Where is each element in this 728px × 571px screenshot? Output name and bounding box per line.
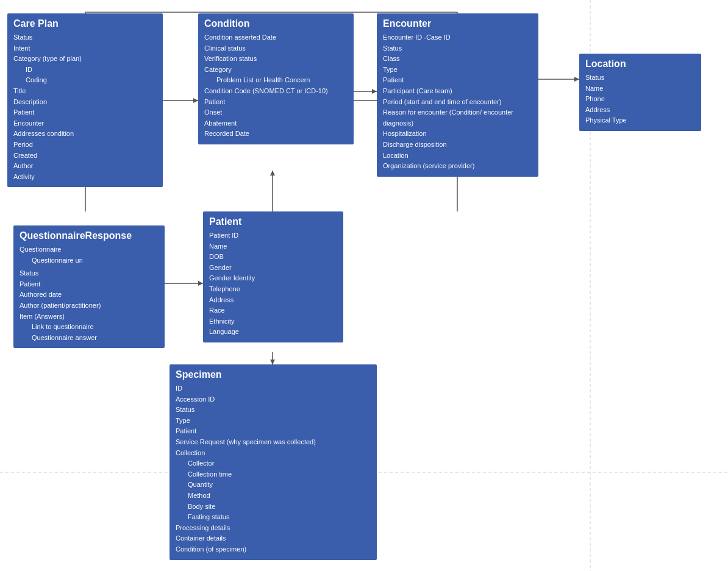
careplan-fields: Status Intent Category (type of plan) ID… [13, 32, 157, 182]
svg-marker-9 [574, 77, 579, 82]
patient-fields: Patient ID Name DOB Gender Gender Identi… [209, 230, 337, 338]
diagram-container: Care Plan Status Intent Category (type o… [0, 0, 728, 571]
condition-title: Condition [204, 18, 348, 29]
patient-card: Patient Patient ID Name DOB Gender Gende… [203, 211, 343, 342]
condition-fields: Condition asserted Date Clinical status … [204, 32, 348, 140]
encounter-fields: Encounter ID -Case ID Status Class Type … [383, 32, 532, 172]
condition-card: Condition Condition asserted Date Clinic… [198, 13, 354, 144]
svg-marker-21 [270, 360, 275, 364]
svg-marker-11 [193, 98, 198, 103]
location-card: Location Status Name Phone Address Physi… [579, 54, 701, 131]
careplan-card: Care Plan Status Intent Category (type o… [7, 13, 163, 187]
svg-marker-15 [270, 171, 275, 176]
questionnaire-title: QuestionnaireResponse [20, 230, 159, 241]
specimen-card: Specimen ID Accession ID Status Type Pat… [170, 364, 377, 560]
careplan-title: Care Plan [13, 18, 157, 29]
specimen-fields: ID Accession ID Status Type Patient Serv… [176, 383, 371, 555]
encounter-title: Encounter [383, 18, 532, 29]
specimen-title: Specimen [176, 369, 371, 380]
svg-marker-5 [372, 89, 377, 94]
svg-marker-19 [198, 281, 203, 286]
questionnaire-fields: Questionnaire Questionnaire uri Status P… [20, 244, 159, 343]
location-fields: Status Name Phone Address Physical Type [585, 73, 695, 126]
patient-title: Patient [209, 216, 337, 227]
location-title: Location [585, 59, 695, 69]
encounter-card: Encounter Encounter ID -Case ID Status C… [377, 13, 538, 177]
questionnaire-card: QuestionnaireResponse Questionnaire Ques… [13, 225, 165, 348]
